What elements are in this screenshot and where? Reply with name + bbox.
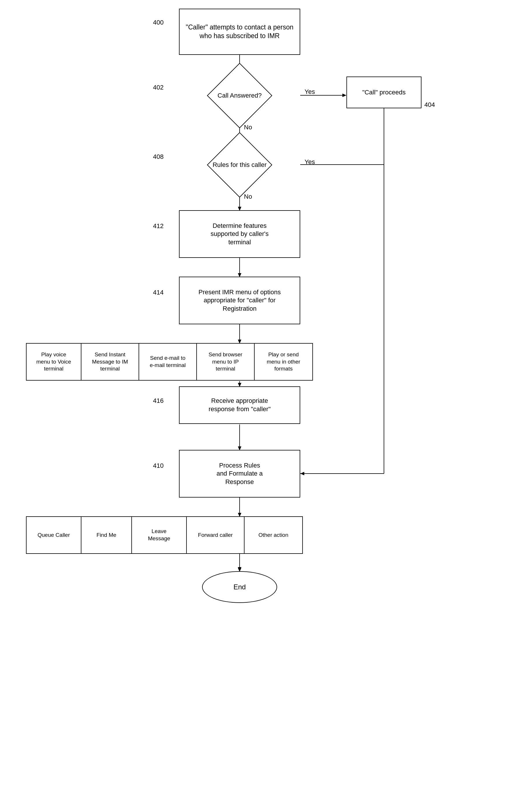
label-404: 404 (424, 101, 435, 108)
sub-box-forward: Forward caller (187, 517, 245, 553)
sub-box-leave-msg: LeaveMessage (132, 517, 187, 553)
diagram-container: "Caller" attempts to contact a person wh… (0, 0, 528, 812)
receive-response-box: Receive appropriateresponse from "caller… (179, 386, 300, 424)
label-410: 410 (153, 462, 164, 469)
sub-box-queue: Queue Caller (27, 517, 82, 553)
label-416: 416 (153, 397, 164, 405)
label-414: 414 (153, 289, 164, 296)
sub-box-other-action: Other action (245, 517, 302, 553)
label-400: 400 (153, 19, 164, 26)
process-rules-box: Process Rulesand Formulate aResponse (179, 450, 300, 497)
sub-box-findme: Find Me (82, 517, 132, 553)
svg-marker-19 (300, 472, 304, 475)
sub-box-email: Send e-mail toe-mail terminal (139, 344, 197, 380)
no-label-1: No (244, 124, 252, 131)
sub-box-browser: Send browsermenu to IPterminal (197, 344, 254, 380)
yes-label-1: Yes (305, 88, 315, 96)
menu-options-row: Play voicemenu to Voiceterminal Send Ins… (26, 343, 313, 381)
start-box: "Caller" attempts to contact a person wh… (179, 9, 300, 55)
sub-box-voice: Play voicemenu to Voiceterminal (27, 344, 82, 380)
label-408: 408 (153, 153, 164, 161)
diamond-402: 402 Call Answered? (179, 69, 300, 122)
label-412: 412 (153, 222, 164, 230)
svg-marker-5 (342, 93, 347, 97)
label-402: 402 (153, 84, 164, 91)
no-label-2: No (244, 193, 252, 200)
sub-box-im: Send InstantMessage to IMterminal (82, 344, 139, 380)
present-imr-menu-box: Present IMR menu of optionsappropriate f… (179, 277, 300, 324)
sub-box-other-formats: Play or sendmenu in otherformats (254, 344, 312, 380)
end-oval: End (202, 571, 277, 603)
svg-marker-27 (238, 567, 241, 571)
diamond-408: Rules for this caller (179, 138, 300, 191)
response-options-row: Queue Caller Find Me LeaveMessage Forwar… (26, 516, 303, 554)
call-proceeds-box: "Call" proceeds (347, 76, 422, 108)
determine-features-box: Determine featuressupported by caller'st… (179, 210, 300, 258)
yes-label-2: Yes (305, 158, 315, 166)
